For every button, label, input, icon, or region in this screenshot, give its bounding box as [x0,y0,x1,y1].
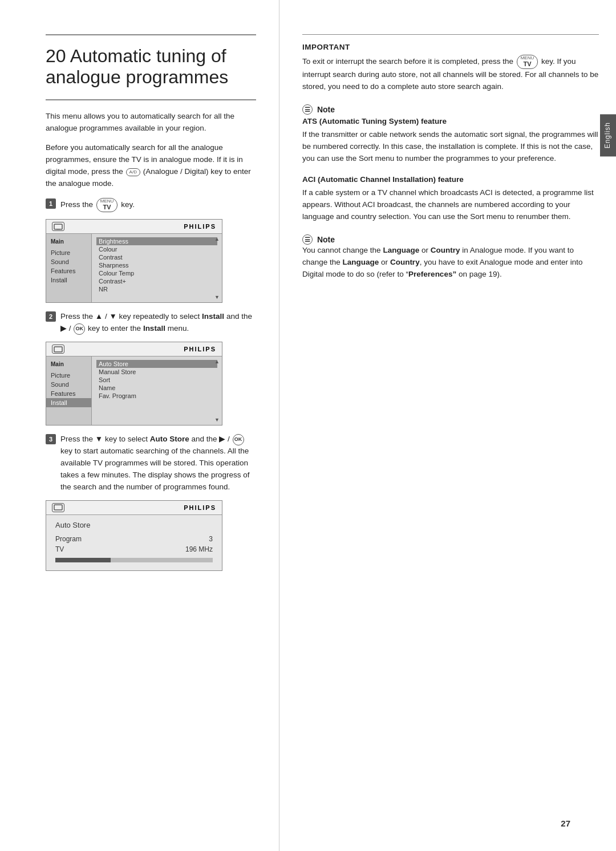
step3-text-c: key to start automatic searching of the … [60,447,249,491]
autostore-header: PHILIPS [46,501,222,515]
menu2-right-sort: Sort [96,376,217,384]
menu-header-2: PHILIPS [46,342,222,356]
menu-body-1: Main Picture Sound Features Install ▲ Br… [46,234,222,302]
step-3-num: 3 [46,434,56,444]
scroll-down-2: ▼ [214,417,220,423]
ad-key: A/D [126,168,140,176]
important-title: IMPORTANT [302,43,599,51]
ok-key-2: OK [233,434,244,445]
aci-title: ACI (Automatic Channel Installation) fea… [302,175,599,184]
language-side-tab: English [600,114,616,156]
step-3-text: Press the ▼ key to select Auto Store and… [60,433,256,493]
menu-item-install: Install [46,275,91,285]
tv-icon-3 [52,503,64,512]
scroll-up-2: ▲ [214,359,220,364]
svg-rect-2 [54,347,62,352]
menu-screen-2: PHILIPS Main Picture Sound Features Inst… [46,342,222,426]
page-container: 20 Automatic tuning of analogue programm… [0,0,616,851]
step-1-text: Press the MENU TV key. [60,198,135,212]
autostore-program-value: 3 [209,535,213,543]
note-1-subtitle: ATS (Automatic Tuning System) feature [302,117,599,125]
autostore-body: Auto Store Program 3 TV 196 MHz [46,515,222,570]
menu-right-1: ▲ Brightness Colour Contrast Sharpness C… [92,234,222,302]
note2-text2: or [422,246,428,254]
important-tv-key: MENU TV [517,55,538,69]
important-key-main: TV [523,60,531,68]
autostore-progress-bar-container [55,558,213,562]
philips-logo-2: PHILIPS [184,346,216,352]
step2-text-d: menu. [168,324,189,333]
menu2-item-features: Features [46,389,91,398]
tv-menu-key: MENU TV [96,198,118,212]
left-column: 20 Automatic tuning of analogue programm… [0,0,279,851]
chapter-title: 20 Automatic tuning of analogue programm… [46,46,256,88]
menu2-item-sound: Sound [46,380,91,389]
menu-left-title-1: Main [46,237,91,246]
scroll-up-1: ▲ [214,236,220,242]
menu-body-2: Main Picture Sound Features Install ▲ Au… [46,356,222,425]
important-text: To exit or interrupt the search before i… [302,55,599,93]
step-1-num: 1 [46,198,56,209]
menu-item-picture: Picture [46,248,91,257]
menu2-right-name: Name [96,384,217,392]
autostore-tv-label: TV [55,545,64,553]
menu2-item-picture: Picture [46,371,91,380]
autostore-row-2: TV 196 MHz [55,545,213,553]
ok-key-1: OK [74,323,85,335]
intro-paragraph-1: This menu allows you to automatically se… [46,111,256,135]
chapter-number: 20 [46,46,66,66]
menu2-item-install: Install [46,398,91,407]
menu-right-nr: NR [96,285,217,293]
right-column: IMPORTANT To exit or interrupt the searc… [279,0,616,851]
note2-bold3: Language [343,258,379,266]
menu-item-sound: Sound [46,257,91,266]
menu-left-2: Main Picture Sound Features Install [46,356,92,425]
step-2-text: Press the ▲ / ▼ key repeatedly to select… [60,311,256,335]
note2-bold4: Country [390,258,420,266]
step-2-row: 2 Press the ▲ / ▼ key repeatedly to sele… [46,311,256,335]
note-1-section: ☰ Note ATS (Automatic Tuning System) fea… [302,104,599,165]
title-rule [46,99,256,100]
step2-text-c: key to enter the [88,324,141,333]
note2-text1: You cannot change the [302,246,381,254]
step-2-num: 2 [46,311,56,322]
autostore-title: Auto Store [55,521,213,529]
key-main: TV [103,204,111,211]
step3-text-b: and the ▶ / [191,435,229,443]
top-rule [46,34,256,35]
note2-text6: on page 19). [456,270,502,278]
note-1-label: Note [317,105,335,114]
menu-header-1: PHILIPS [46,220,222,234]
intro-paragraph-2: Before you automatically search for all … [46,142,256,190]
step-3-row: 3 Press the ▼ key to select Auto Store a… [46,433,256,493]
menu-right-colour: Colour [96,245,217,253]
menu-right-colourtemp: Colour Temp [96,269,217,277]
svg-rect-0 [54,224,62,229]
page-number: 27 [561,818,570,828]
step-1-row: 1 Press the MENU TV key. [46,198,256,212]
menu2-right-manualstore: Manual Store [96,368,217,376]
menu-right-contrast: Contrast [96,253,217,261]
important-section: IMPORTANT To exit or interrupt the searc… [302,43,599,93]
note-2-text: You cannot change the Language or Countr… [302,245,599,281]
step3-bold: Auto Store [150,435,189,443]
philips-logo-1: PHILIPS [184,223,216,230]
tv-icon-2 [52,345,64,354]
note-2-section: ☰ Note You cannot change the Language or… [302,234,599,281]
chapter-title-text: Automatic tuning of analogue programmes [46,46,228,87]
menu2-right-favprogram: Fav. Program [96,392,217,400]
svg-rect-3 [54,505,62,510]
menu-left-title-2: Main [46,360,91,368]
step1-text-a: Press the [60,200,93,209]
aci-section: ACI (Automatic Channel Installation) fea… [302,175,599,223]
note-icon-2: ☰ [302,234,313,245]
autostore-mhz-value: 196 MHz [185,545,213,553]
menu-right-brightness: Brightness [96,237,217,245]
autostore-program-label: Program [55,535,82,543]
important-key-small: MENU [521,56,534,60]
menu-item-features: Features [46,266,91,275]
right-top-rule [302,34,599,35]
note-icon-1: ☰ [302,104,313,115]
scroll-down-1: ▼ [214,294,220,300]
philips-logo-3: PHILIPS [184,504,216,511]
